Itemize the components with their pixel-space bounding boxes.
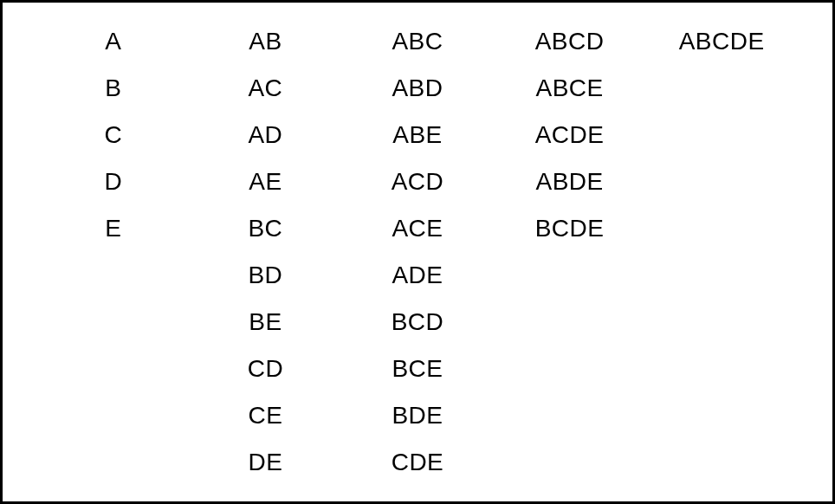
cell: CE xyxy=(248,392,282,439)
cell: ABCDE xyxy=(679,18,765,65)
column-5: ABCDE xyxy=(645,18,798,486)
combinations-table: A B C D E AB AC AD AE BC BD BE CD CE DE … xyxy=(0,0,835,504)
cell: AE xyxy=(249,158,282,205)
cell: CD xyxy=(248,346,283,392)
cell: ACDE xyxy=(535,112,605,158)
cell: ABC xyxy=(392,18,443,65)
cell: D xyxy=(104,158,122,205)
cell: ABCE xyxy=(535,65,603,112)
cell: ABCD xyxy=(535,18,605,65)
cell: C xyxy=(104,112,122,158)
cell: AB xyxy=(249,18,282,65)
cell: BCDE xyxy=(535,205,605,252)
cell: BD xyxy=(248,252,282,299)
cell: ACE xyxy=(392,205,443,252)
cell: B xyxy=(105,65,121,112)
cell: ACD xyxy=(392,158,444,205)
cell: A xyxy=(105,18,121,65)
column-1: A B C D E xyxy=(37,18,190,486)
cell: BE xyxy=(249,299,282,346)
cell: BDE xyxy=(392,392,443,439)
column-4: ABCD ABCE ACDE ABDE BCDE xyxy=(494,18,646,486)
cell: ABE xyxy=(392,112,443,158)
column-3: ABC ABD ABE ACD ACE ADE BCD BCE BDE CDE xyxy=(341,18,494,486)
cell: AC xyxy=(248,65,282,112)
cell: ADE xyxy=(392,252,443,299)
cell: DE xyxy=(248,439,282,486)
cell: AD xyxy=(248,112,282,158)
column-2: AB AC AD AE BC BD BE CD CE DE xyxy=(190,18,342,486)
cell: BC xyxy=(248,205,282,252)
cell: E xyxy=(105,205,121,252)
cell: BCE xyxy=(392,346,443,392)
cell: BCD xyxy=(392,299,444,346)
cell: ABDE xyxy=(535,158,603,205)
cell: CDE xyxy=(392,439,444,486)
cell: ABD xyxy=(392,65,443,112)
columns-wrapper: A B C D E AB AC AD AE BC BD BE CD CE DE … xyxy=(37,18,798,486)
